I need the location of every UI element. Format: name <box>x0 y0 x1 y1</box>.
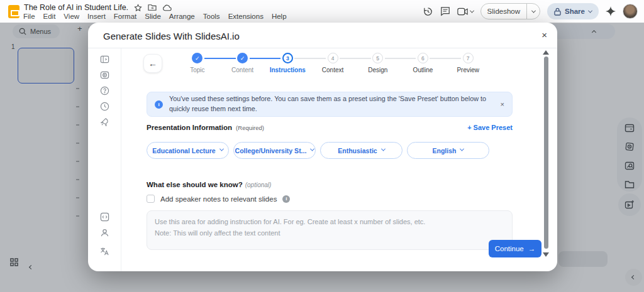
step-check-icon: ✓ <box>237 53 248 63</box>
menu-tools[interactable]: Tools <box>203 13 220 20</box>
slidesai-dialog: Generate Slides With SlidesAI.io × <box>88 23 557 271</box>
dialog-title: Generate Slides With SlidesAI.io <box>103 31 240 41</box>
rocket-icon[interactable] <box>100 117 109 127</box>
preset-info-banner: i You've used these settings before. You… <box>147 92 513 117</box>
continue-button[interactable]: Continue → <box>489 240 541 257</box>
presentation-settings: Educational Lecture College/University S… <box>147 142 489 159</box>
step-outline[interactable]: 6 Outline <box>401 53 446 73</box>
step-preview[interactable]: 7 Preview <box>445 53 491 73</box>
menu-insert[interactable]: Insert <box>87 13 106 20</box>
share-button[interactable]: Share <box>547 3 599 19</box>
slideshow-button[interactable]: Slideshow <box>480 3 540 19</box>
info-icon: i <box>155 100 163 109</box>
help-icon[interactable] <box>100 86 109 95</box>
step-number: 3 <box>282 53 293 63</box>
account-icon[interactable] <box>100 228 109 237</box>
arrow-right-icon: → <box>528 245 536 252</box>
menu-file[interactable]: File <box>23 13 35 20</box>
step-context[interactable]: 4 Context <box>310 53 355 73</box>
rail-divider <box>121 48 121 271</box>
app-header: The Role of AI in Student Life. File Edi… <box>0 0 644 23</box>
menu-extensions[interactable]: Extensions <box>228 13 264 20</box>
chevron-down-icon <box>310 147 314 151</box>
star-icon[interactable] <box>134 4 142 12</box>
meet-camera-icon[interactable] <box>457 8 474 16</box>
document-title[interactable]: The Role of AI in Student Life. <box>24 3 128 12</box>
cloud-saved-icon[interactable] <box>162 4 172 11</box>
step-number: 4 <box>328 53 338 63</box>
share-label: Share <box>565 8 585 15</box>
translate-icon[interactable] <box>100 247 109 256</box>
feedback-icon[interactable] <box>100 212 109 222</box>
banner-close-button[interactable]: × <box>501 100 504 108</box>
share-dropdown-chevron[interactable] <box>588 8 592 13</box>
scrollbar-thumb[interactable] <box>544 57 548 249</box>
google-slides-window: The Role of AI in Student Life. File Edi… <box>0 0 644 292</box>
slideshow-dropdown[interactable] <box>527 10 540 13</box>
sidebar-panel-icon[interactable] <box>100 55 109 64</box>
speaker-notes-info-icon[interactable]: i <box>282 195 290 203</box>
language-dropdown[interactable]: English <box>407 142 489 159</box>
menu-view[interactable]: View <box>64 13 79 20</box>
step-number: 5 <box>372 53 383 63</box>
tone-dropdown[interactable]: Enthusiastic <box>320 142 402 159</box>
slideshow-label: Slideshow <box>481 8 526 15</box>
presentation-information-title: Presentation Information <box>147 124 232 131</box>
move-folder-icon[interactable] <box>148 4 157 11</box>
chevron-down-icon <box>219 147 224 151</box>
menu-edit[interactable]: Edit <box>43 13 56 20</box>
menu-bar: File Edit View Insert Format Slide Arran… <box>23 13 287 20</box>
account-avatar[interactable] <box>623 4 638 19</box>
banner-text: You've used these settings before. You c… <box>169 94 494 114</box>
menu-help[interactable]: Help <box>272 13 287 20</box>
version-history-icon[interactable] <box>423 6 433 17</box>
dialog-title-divider <box>88 48 557 48</box>
presentation-type-dropdown[interactable]: Educational Lecture <box>147 142 229 159</box>
step-number: 6 <box>418 53 428 63</box>
history-icon[interactable] <box>100 102 109 111</box>
close-dialog-button[interactable]: × <box>541 30 547 40</box>
required-label: (Required) <box>236 124 264 131</box>
comments-icon[interactable] <box>440 6 450 16</box>
camera-dropdown-chevron[interactable] <box>470 8 474 13</box>
slides-logo-icon[interactable] <box>8 5 19 18</box>
speaker-notes-label: Add speaker notes to relevant slides <box>160 195 277 203</box>
speaker-notes-checkbox[interactable] <box>147 195 155 203</box>
save-preset-button[interactable]: + Save Preset <box>467 124 513 131</box>
step-design[interactable]: 5 Design <box>355 53 401 73</box>
step-content[interactable]: ✓ Content <box>220 53 265 73</box>
menu-slide[interactable]: Slide <box>145 13 161 20</box>
audience-dropdown[interactable]: College/University St... <box>233 142 316 159</box>
gemini-sparkle-icon[interactable] <box>606 6 616 16</box>
menu-format[interactable]: Format <box>114 13 136 20</box>
lock-icon <box>554 8 561 16</box>
chevron-down-icon <box>381 147 386 151</box>
scroll-down-arrow[interactable] <box>543 252 549 257</box>
chevron-down-icon <box>460 147 464 151</box>
menu-arrange[interactable]: Arrange <box>169 13 195 20</box>
wizard-stepper: ✓ Topic ✓ Content 3 Instructions 4 Conte… <box>175 53 491 73</box>
ai-instructions-textarea[interactable] <box>147 210 513 250</box>
video-tutorial-icon[interactable] <box>100 70 109 80</box>
step-check-icon: ✓ <box>192 53 203 63</box>
what-else-title: What else should we know? <box>147 181 243 188</box>
back-button[interactable]: ← <box>143 54 162 73</box>
step-topic[interactable]: ✓ Topic <box>175 53 220 73</box>
scroll-up-arrow[interactable] <box>543 50 549 55</box>
optional-label: (optional) <box>245 181 272 188</box>
step-number: 7 <box>463 53 474 63</box>
step-instructions[interactable]: 3 Instructions <box>265 53 310 73</box>
